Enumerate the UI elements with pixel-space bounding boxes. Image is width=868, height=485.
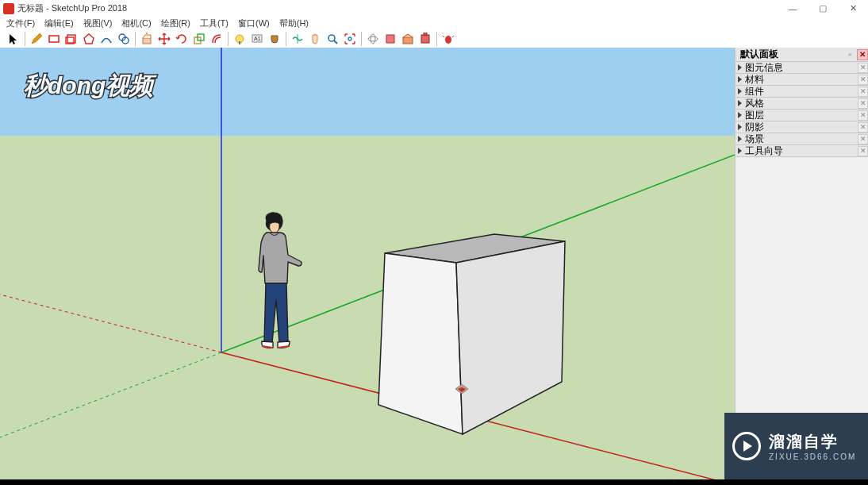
chevron-right-icon	[738, 100, 742, 106]
close-button[interactable]: ✕	[838, 0, 868, 17]
offset-icon[interactable]	[209, 31, 225, 47]
close-icon[interactable]: ✕	[858, 87, 868, 97]
menu-window[interactable]: 窗口(W)	[233, 17, 275, 30]
square-icon: ▢	[819, 3, 827, 13]
svg-marker-3	[84, 34, 94, 44]
chevron-right-icon	[738, 64, 742, 71]
menu-view[interactable]: 视图(V)	[79, 17, 117, 30]
toolbar-separator	[361, 32, 362, 46]
menu-camera[interactable]: 相机(C)	[117, 17, 156, 30]
app-icon	[3, 3, 14, 14]
3dwarehouse-icon[interactable]	[400, 31, 416, 47]
chevron-right-icon	[738, 136, 742, 142]
title-bar: 无标题 - SketchUp Pro 2018 — ▢ ✕	[0, 0, 868, 17]
pin-icon[interactable]: ▫	[844, 49, 855, 60]
toolbar: A1	[0, 30, 868, 48]
close-icon[interactable]: ✕	[858, 75, 868, 85]
component-icon[interactable]	[382, 31, 398, 47]
svg-rect-0	[49, 36, 59, 42]
close-icon[interactable]: ✕	[858, 98, 868, 109]
bug-icon[interactable]	[440, 31, 456, 47]
toolbar-separator	[228, 32, 229, 46]
section-label: 工具向导	[745, 144, 783, 158]
toolbar-separator	[286, 32, 286, 46]
arc-icon[interactable]	[98, 31, 114, 47]
dash-icon: —	[789, 4, 797, 13]
svg-text:A1: A1	[254, 36, 261, 41]
toolbar-separator	[25, 32, 25, 46]
zoom-icon[interactable]	[325, 31, 340, 47]
svg-point-15	[348, 37, 351, 40]
close-icon[interactable]: ✕	[858, 63, 868, 73]
svg-line-23	[443, 36, 444, 37]
pencil-icon[interactable]	[29, 31, 44, 47]
svg-point-13	[328, 35, 335, 41]
rectangle-icon[interactable]	[46, 31, 62, 47]
move-icon[interactable]	[156, 31, 172, 47]
svg-point-22	[445, 36, 451, 44]
shapes-icon[interactable]	[63, 31, 79, 47]
tape-icon[interactable]	[232, 31, 248, 47]
svg-rect-21	[424, 33, 427, 35]
menu-edit[interactable]: 编辑(E)	[40, 17, 79, 30]
close-icon[interactable]: ✕	[858, 110, 868, 121]
chevron-right-icon	[738, 76, 742, 83]
play-icon	[732, 432, 761, 460]
text-icon[interactable]: A1	[249, 31, 265, 47]
close-icon[interactable]: ✕	[857, 49, 868, 60]
svg-marker-33	[378, 253, 463, 434]
paint-icon[interactable]	[267, 31, 282, 47]
toolbar-separator	[135, 32, 136, 46]
svg-point-17	[371, 34, 375, 44]
bottom-strip	[0, 479, 868, 485]
tray-header[interactable]: 默认面板 ▫ ✕	[735, 48, 868, 62]
pentagon-icon[interactable]	[81, 31, 97, 47]
mirror-icon[interactable]	[290, 31, 305, 47]
chevron-right-icon	[738, 88, 742, 94]
svg-rect-25	[0, 48, 735, 136]
max-button[interactable]: ▢	[808, 0, 838, 17]
window-controls: — ▢ ✕	[778, 0, 868, 17]
svg-rect-10	[239, 41, 240, 44]
close-icon[interactable]: ✕	[858, 134, 868, 144]
chevron-right-icon	[738, 148, 742, 154]
svg-rect-6	[143, 38, 151, 44]
zoom-extents-icon[interactable]	[342, 31, 358, 47]
close-icon[interactable]: ✕	[858, 146, 868, 156]
section-instructor[interactable]: 工具向导 ✕	[735, 145, 868, 157]
watermark-sub: ZIXUE.3D66.COM	[769, 452, 856, 461]
pushpull-icon[interactable]	[139, 31, 155, 47]
svg-line-24	[452, 36, 454, 37]
circles-icon[interactable]	[116, 31, 132, 47]
svg-rect-18	[386, 35, 394, 43]
3d-viewport[interactable]: 秒dong视频	[0, 48, 735, 485]
min-button[interactable]: —	[778, 0, 808, 17]
menu-tools[interactable]: 工具(T)	[195, 17, 233, 30]
tray-title: 默认面板	[740, 48, 778, 61]
svg-rect-19	[403, 37, 413, 44]
menu-file[interactable]: 文件(F)	[2, 17, 40, 30]
toolbar-separator	[436, 32, 437, 46]
select-arrow-icon[interactable]	[6, 31, 21, 47]
window-title: 无标题 - SketchUp Pro 2018	[17, 2, 127, 14]
chevron-right-icon	[738, 112, 742, 118]
hand-icon[interactable]	[307, 31, 323, 47]
menu-bar: 文件(F) 编辑(E) 视图(V) 相机(C) 绘图(R) 工具(T) 窗口(W…	[0, 17, 868, 30]
svg-line-14	[334, 40, 337, 44]
scale-icon[interactable]	[191, 31, 207, 47]
svg-rect-20	[421, 35, 429, 43]
svg-rect-26	[0, 136, 735, 485]
menu-help[interactable]: 帮助(H)	[275, 17, 313, 30]
chevron-right-icon	[738, 124, 742, 130]
watermark-bottom-right: 溜溜自学 ZIXUE.3D66.COM	[724, 413, 868, 479]
x-icon: ✕	[850, 3, 857, 13]
extension-icon[interactable]	[417, 31, 433, 47]
watermark-title: 溜溜自学	[769, 431, 856, 452]
rotate-icon[interactable]	[174, 31, 190, 47]
close-icon[interactable]: ✕	[858, 122, 868, 133]
orbit-icon[interactable]	[365, 31, 381, 47]
menu-draw[interactable]: 绘图(R)	[156, 17, 195, 30]
svg-point-16	[368, 37, 378, 41]
